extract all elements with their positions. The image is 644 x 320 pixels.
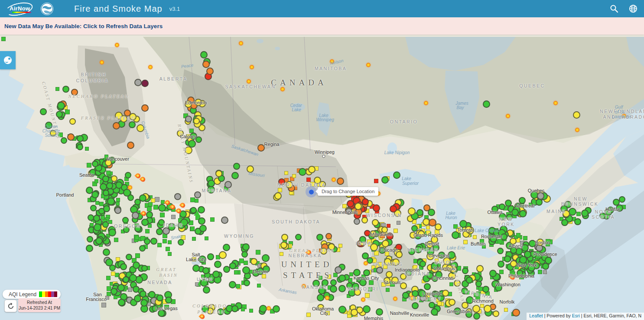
aqi-monitor-marker[interactable] (113, 122, 120, 129)
aqi-monitor-marker[interactable] (394, 229, 398, 233)
aqi-monitor-marker[interactable] (463, 240, 468, 244)
aqi-monitor-marker[interactable] (369, 280, 374, 285)
aqi-monitor-marker[interactable] (90, 205, 97, 211)
aqi-monitor-marker[interactable] (165, 297, 172, 304)
aqi-monitor-marker[interactable] (133, 262, 140, 269)
fire-dot-icon[interactable] (239, 41, 243, 45)
refresh-data-banner[interactable]: New Data May Be Available: Click to Refr… (0, 17, 644, 35)
aqi-monitor-marker[interactable] (87, 236, 93, 242)
aqi-monitor-marker[interactable] (337, 178, 344, 185)
aqi-monitor-marker[interactable] (325, 233, 332, 239)
aqi-monitor-marker[interactable] (105, 159, 112, 166)
fire-dot-icon[interactable] (506, 114, 510, 118)
aqi-monitor-marker[interactable] (370, 230, 377, 237)
aqi-monitor-marker[interactable] (574, 218, 581, 225)
aqi-monitor-marker[interactable] (482, 245, 486, 249)
aqi-monitor-marker[interactable] (141, 80, 149, 87)
aqi-monitor-marker[interactable] (195, 199, 198, 203)
aqi-monitor-marker[interactable] (355, 203, 362, 210)
aqi-monitor-marker[interactable] (203, 286, 210, 294)
aqi-monitor-marker[interactable] (428, 209, 435, 216)
aqi-monitor-marker[interactable] (224, 181, 232, 188)
location-pin[interactable] (309, 189, 314, 195)
fire-dot-icon[interactable] (622, 114, 626, 118)
aqi-monitor-marker[interactable] (504, 255, 511, 262)
fire-dot-icon[interactable] (148, 65, 153, 69)
aqi-monitor-marker[interactable] (50, 130, 56, 136)
aqi-monitor-marker[interactable] (380, 233, 385, 238)
aqi-monitor-marker[interactable] (498, 261, 504, 268)
aqi-monitor-marker[interactable] (168, 252, 172, 256)
aqi-monitor-marker[interactable] (244, 261, 248, 265)
aqi-monitor-marker[interactable] (499, 270, 504, 274)
aqi-monitor-marker[interactable] (538, 270, 542, 274)
fire-dot-icon[interactable] (115, 43, 119, 47)
fire-dot-icon[interactable] (364, 261, 368, 265)
fire-dot-icon[interactable] (332, 178, 336, 182)
fire-dot-icon[interactable] (267, 306, 271, 310)
aqi-monitor-marker[interactable] (362, 198, 369, 205)
aqi-monitor-marker[interactable] (150, 238, 157, 245)
aqi-monitor-marker[interactable] (528, 264, 535, 272)
aqi-monitor-marker[interactable] (153, 205, 158, 210)
aqi-monitor-marker[interactable] (499, 204, 505, 210)
aqi-monitor-marker[interactable] (327, 275, 331, 279)
aqi-monitor-marker[interactable] (116, 198, 120, 202)
aqi-monitor-marker[interactable] (523, 236, 527, 240)
aqi-monitor-marker[interactable] (92, 161, 98, 167)
aqi-monitor-marker[interactable] (416, 209, 423, 216)
aqi-monitor-marker[interactable] (379, 247, 386, 254)
aqi-monitor-marker[interactable] (202, 305, 209, 313)
aqi-monitor-marker[interactable] (286, 181, 293, 188)
aqi-monitor-marker[interactable] (359, 236, 366, 243)
aqi-monitor-marker[interactable] (40, 108, 47, 115)
aqi-monitor-marker[interactable] (123, 189, 131, 197)
aqi-monitor-marker[interactable] (519, 210, 527, 217)
fire-dot-icon[interactable] (280, 87, 285, 91)
aqi-monitor-marker[interactable] (103, 190, 109, 196)
aqi-monitor-marker[interactable] (200, 51, 208, 58)
aqi-monitor-marker[interactable] (90, 223, 94, 227)
aqi-monitor-marker[interactable] (102, 221, 109, 228)
aqi-monitor-marker[interactable] (365, 293, 370, 298)
aqi-monitor-marker[interactable] (139, 245, 146, 252)
aqi-monitor-marker[interactable] (108, 220, 112, 224)
aqi-monitor-marker[interactable] (278, 188, 282, 192)
aqi-monitor-marker[interactable] (250, 258, 257, 265)
aqi-monitor-marker[interactable] (221, 217, 228, 224)
fire-dot-icon[interactable] (325, 296, 329, 300)
aqi-monitor-marker[interactable] (489, 270, 497, 277)
aqi-monitor-marker[interactable] (262, 274, 266, 278)
aqi-monitor-marker[interactable] (205, 236, 208, 240)
aqi-monitor-marker[interactable] (281, 234, 288, 241)
aqi-monitor-marker[interactable] (134, 79, 142, 86)
aqi-monitor-marker[interactable] (475, 281, 482, 287)
aqi-monitor-marker[interactable] (393, 171, 400, 179)
aqi-monitor-marker[interactable] (449, 282, 453, 286)
aqi-monitor-marker[interactable] (195, 136, 202, 143)
aqi-monitor-marker[interactable] (103, 249, 110, 256)
attribution-link[interactable]: Leaflet (529, 313, 543, 318)
aqi-monitor-marker[interactable] (474, 293, 478, 297)
aqi-monitor-marker[interactable] (435, 229, 439, 234)
aqi-monitor-marker[interactable] (152, 305, 158, 312)
fire-dot-icon[interactable] (366, 63, 371, 67)
aqi-monitor-marker[interactable] (180, 219, 188, 226)
aqi-monitor-marker[interactable] (493, 310, 499, 317)
aqi-monitor-marker[interactable] (506, 214, 513, 220)
aqi-monitor-marker[interactable] (192, 265, 200, 272)
aqi-monitor-marker[interactable] (65, 110, 70, 114)
aqi-monitor-marker[interactable] (391, 277, 399, 284)
aqi-monitor-marker[interactable] (347, 200, 354, 207)
fire-dot-icon[interactable] (553, 101, 558, 105)
aqi-monitor-marker[interactable] (185, 100, 192, 108)
aqi-monitor-marker[interactable] (103, 205, 110, 212)
attribution-link[interactable]: Esri (572, 313, 580, 318)
aqi-monitor-marker[interactable] (442, 290, 449, 297)
aqi-monitor-marker[interactable] (306, 178, 311, 182)
aqi-monitor-marker[interactable] (69, 118, 76, 125)
aqi-monitor-marker[interactable] (537, 192, 544, 200)
aqi-monitor-marker[interactable] (192, 237, 196, 241)
aqi-monitor-marker[interactable] (473, 235, 477, 239)
aqi-monitor-marker[interactable] (160, 213, 165, 217)
